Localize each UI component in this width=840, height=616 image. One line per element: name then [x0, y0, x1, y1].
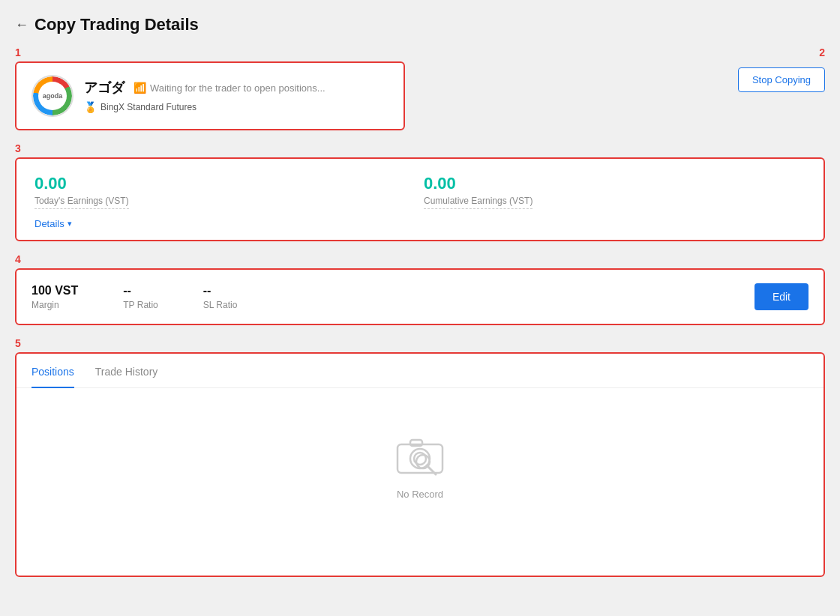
sl-value: -- [203, 284, 238, 298]
page-header: ← Copy Trading Details [15, 15, 825, 34]
section-label-2: 2 [819, 46, 825, 58]
svg-point-5 [416, 455, 430, 468]
no-record-icon [394, 433, 446, 478]
cumulative-earnings-label: Cumulative Earnings (VST) [424, 196, 532, 209]
section-label-5: 5 [15, 337, 825, 349]
trader-name: アゴダ [84, 79, 124, 97]
todays-earnings-value: 0.00 [34, 174, 416, 193]
svg-rect-1 [410, 440, 422, 446]
margin-grid: 100 VST Margin -- TP Ratio -- SL Ratio [32, 284, 754, 310]
cumulative-earnings-value: 0.00 [424, 174, 806, 193]
waiting-status: 📶 Waiting for the trader to open positio… [134, 82, 326, 94]
edit-button[interactable]: Edit [754, 283, 808, 310]
chevron-down-icon: ▾ [68, 219, 72, 229]
earnings-grid: 0.00 Today's Earnings (VST) 0.00 Cumulat… [34, 174, 806, 209]
platform-badge: 🏅 BingX Standard Futures [84, 101, 326, 113]
sl-label: SL Ratio [203, 300, 238, 310]
page-title: Copy Trading Details [34, 15, 199, 34]
margin-label: Margin [32, 300, 78, 310]
no-record-svg [394, 433, 446, 478]
tp-ratio-item: -- TP Ratio [123, 284, 158, 310]
trader-card: agoda アゴダ 📶 Waiting for the trader to op… [15, 61, 405, 130]
wifi-icon: 📶 [134, 82, 146, 94]
trader-info: agoda アゴダ 📶 Waiting for the trader to op… [32, 75, 388, 117]
platform-name: BingX Standard Futures [100, 102, 196, 112]
trader-avatar: agoda [32, 75, 74, 117]
back-button[interactable]: ← [15, 17, 28, 33]
stop-copying-button[interactable]: Stop Copying [738, 67, 825, 92]
details-label: Details [34, 218, 64, 229]
tab-trade-history[interactable]: Trade History [95, 354, 158, 388]
sl-ratio-item: -- SL Ratio [203, 284, 238, 310]
section-label-1: 1 [15, 46, 825, 58]
empty-state: No Record [16, 388, 824, 545]
margin-card: 100 VST Margin -- TP Ratio -- SL Ratio E… [15, 268, 825, 325]
tp-value: -- [123, 284, 158, 298]
margin-card-inner: 100 VST Margin -- TP Ratio -- SL Ratio E… [16, 270, 824, 324]
stop-copying-wrapper: Stop Copying [738, 67, 825, 92]
earnings-card: 0.00 Today's Earnings (VST) 0.00 Cumulat… [15, 157, 825, 241]
margin-item: 100 VST Margin [32, 284, 78, 310]
medal-icon: 🏅 [84, 101, 97, 113]
trader-name-row: アゴダ 📶 Waiting for the trader to open pos… [84, 79, 326, 97]
cumulative-earnings: 0.00 Cumulative Earnings (VST) [424, 174, 806, 209]
section-label-3: 3 [15, 142, 825, 154]
avatar-text: agoda [38, 82, 67, 110]
tp-label: TP Ratio [123, 300, 158, 310]
details-link[interactable]: Details ▾ [34, 218, 72, 229]
tabs-header: Positions Trade History [16, 354, 824, 388]
margin-value: 100 VST [32, 284, 78, 298]
no-record-text: No Record [397, 489, 443, 500]
top-section: agoda アゴダ 📶 Waiting for the trader to op… [15, 61, 825, 130]
tab-positions[interactable]: Positions [32, 354, 74, 388]
section-label-4: 4 [15, 253, 825, 265]
todays-earnings-label: Today's Earnings (VST) [34, 196, 129, 209]
positions-card: Positions Trade History [15, 352, 825, 577]
status-text: Waiting for the trader to open positions… [150, 82, 326, 94]
trader-details: アゴダ 📶 Waiting for the trader to open pos… [84, 79, 326, 113]
todays-earnings: 0.00 Today's Earnings (VST) [34, 174, 416, 209]
